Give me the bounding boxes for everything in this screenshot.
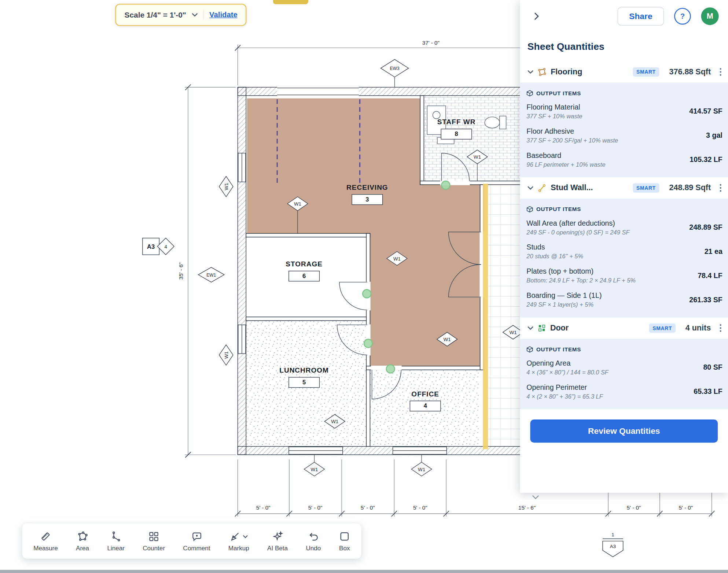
kebab-menu-icon[interactable] <box>720 68 721 76</box>
panel-scroll-chevron-icon[interactable] <box>532 493 539 501</box>
box-tool[interactable]: Box <box>339 531 350 552</box>
output-item-name: Studs <box>526 243 700 252</box>
svg-text:OFFICE: OFFICE <box>411 390 439 398</box>
output-item-row: Studs 20 studs @ 16" + 5% 21 ea <box>526 240 723 264</box>
counter-squares-icon <box>148 531 159 543</box>
output-item-row: Boarding — Side 1 (1L) 249 SF × 1 layer(… <box>526 288 723 312</box>
output-item-row: Floor Adhesive 377 SF ÷ 200 SF/gal + 10%… <box>526 123 723 148</box>
markup-pen-icon <box>230 531 241 542</box>
svg-text:W1: W1 <box>294 201 301 207</box>
output-item-name: Floor Adhesive <box>526 127 701 136</box>
comment-tool[interactable]: Comment <box>183 531 210 552</box>
markup-tool[interactable]: Markup <box>228 531 249 552</box>
output-item-value: 261.33 SF <box>689 296 723 304</box>
output-item-name: Opening Area <box>526 359 698 367</box>
output-item-value: 78.4 LF <box>698 271 723 280</box>
output-item-name: Baseboard <box>526 151 685 160</box>
output-item-row: Flooring Material 377 SF + 10% waste 414… <box>526 99 723 123</box>
kebab-menu-icon[interactable] <box>720 184 721 192</box>
review-quantities-button[interactable]: Review Quantities <box>530 419 718 443</box>
svg-text:W1: W1 <box>393 256 401 262</box>
output-items-header: OUTPUT ITEMS <box>526 204 723 215</box>
output-item-name: Boarding — Side 1 (1L) <box>526 291 684 300</box>
dim-bottom: 5' - 0" <box>361 504 375 511</box>
stud-wall-highlight[interactable] <box>483 184 488 449</box>
svg-text:W1: W1 <box>510 330 517 335</box>
smart-badge: SMART <box>649 324 676 333</box>
dim-bottom: 5' - 0" <box>413 504 427 511</box>
output-item-value: 105.32 LF <box>690 155 722 164</box>
chevron-down-icon[interactable] <box>243 535 248 538</box>
undo-arrow-icon <box>308 531 319 543</box>
door-count-icon <box>538 324 546 332</box>
output-item-name: Wall Area (after deductions) <box>526 219 684 228</box>
dim-bottom: 5' - 0" <box>308 504 323 511</box>
svg-text:A3: A3 <box>610 544 616 549</box>
linear-tool[interactable]: Linear <box>107 531 125 552</box>
dim-bottom: 5' - 0" <box>679 504 693 511</box>
output-item-value: 248.89 SF <box>689 223 723 232</box>
output-item-name: Flooring Material <box>526 103 684 111</box>
tool-label: Measure <box>33 545 58 552</box>
output-items-block: OUTPUT ITEMS Wall Area (after deductions… <box>520 199 728 317</box>
avatar[interactable]: M <box>701 7 719 25</box>
section-stud-wall[interactable]: Stud Wall... SMART 248.89 Sqft <box>520 177 728 199</box>
output-item-row: Wall Area (after deductions) 249 SF - 0 … <box>526 215 723 240</box>
chevron-down-icon[interactable] <box>527 326 533 330</box>
svg-text:EW1: EW1 <box>206 273 216 278</box>
section-quantity: 4 units <box>685 324 711 333</box>
scale-label[interactable]: Scale 1/4" = 1'-0" <box>124 10 186 19</box>
help-icon[interactable]: ? <box>674 8 691 25</box>
svg-text:1: 1 <box>611 532 614 537</box>
chevron-down-icon[interactable] <box>527 186 533 190</box>
linear-measure-icon <box>538 184 547 192</box>
output-item-value: 3 gal <box>706 131 723 140</box>
undo-tool[interactable]: Undo <box>306 531 321 552</box>
output-item-formula: 377 SF ÷ 200 SF/gal + 10% waste <box>526 137 701 144</box>
section-flooring[interactable]: Flooring SMART 376.88 Sqft <box>520 61 728 82</box>
smart-badge: SMART <box>633 183 659 192</box>
counter-tool[interactable]: Counter <box>143 531 165 552</box>
output-item-formula: 96 LF perimeter + 10% waste <box>526 161 685 168</box>
linear-path-icon <box>110 531 121 543</box>
smart-badge: SMART <box>633 67 659 77</box>
top-edge-accent <box>273 0 308 4</box>
output-item-formula: Bottom: 24.9 LF + Top: 2 × 24.9 LF + 5% <box>526 277 693 284</box>
section-name: Stud Wall... <box>551 183 593 192</box>
cube-icon <box>526 346 533 353</box>
output-item-formula: 249 SF × 1 layer(s) + 5% <box>526 301 684 308</box>
flooring-area-icon <box>538 67 547 76</box>
svg-text:W1: W1 <box>311 467 318 472</box>
svg-text:A3: A3 <box>147 243 155 250</box>
tool-label: Counter <box>143 545 165 552</box>
output-item-row: Baseboard 96 LF perimeter + 10% waste 10… <box>526 148 723 172</box>
output-item-value: 414.57 SF <box>689 107 723 116</box>
output-item-name: Opening Perimeter <box>526 383 689 392</box>
panel-header: Share ? M <box>520 0 728 30</box>
share-button[interactable]: Share <box>618 7 664 26</box>
sparkles-icon <box>272 531 283 543</box>
svg-text:STAFF WR: STAFF WR <box>437 118 476 126</box>
svg-text:RECEIVING: RECEIVING <box>346 184 388 191</box>
collapse-panel-icon[interactable] <box>534 12 543 21</box>
section-door[interactable]: Door SMART 4 units <box>520 317 728 339</box>
divider <box>203 10 204 20</box>
section-quantity: 376.88 Sqft <box>669 67 711 77</box>
scale-selector[interactable]: Scale 1/4" = 1'-0" Validate <box>115 4 247 26</box>
output-items-header: OUTPUT ITEMS <box>526 344 723 355</box>
validate-link[interactable]: Validate <box>209 11 238 19</box>
output-item-formula: 20 studs @ 16" + 5% <box>526 253 700 260</box>
dim-bottom: 5' - 0" <box>256 504 271 511</box>
section-name: Door <box>550 324 569 333</box>
chevron-down-icon[interactable] <box>192 13 198 16</box>
kebab-menu-icon[interactable] <box>720 324 721 332</box>
output-item-value: 21 ea <box>705 247 723 256</box>
area-tool[interactable]: Area <box>76 531 89 552</box>
measure-tool[interactable]: Measure <box>33 531 58 552</box>
output-item-row: Opening Area 4 × (36" × 80") / 144 = 80.… <box>526 355 723 380</box>
ai-beta-tool[interactable]: AI Beta <box>267 531 288 552</box>
svg-text:W1: W1 <box>224 351 229 359</box>
chevron-down-icon[interactable] <box>527 70 533 74</box>
output-item-formula: 4 × (36" × 80") / 144 = 80.0 SF <box>526 369 698 376</box>
comment-bubble-icon <box>191 531 202 543</box>
